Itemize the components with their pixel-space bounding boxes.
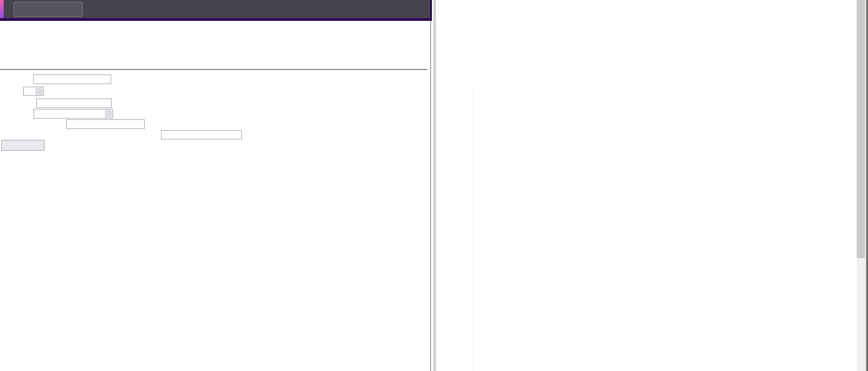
telefono-input[interactable] xyxy=(36,99,112,108)
restart-firefox-button[interactable] xyxy=(14,2,83,17)
sueldo-number-spinner[interactable] xyxy=(105,110,112,118)
indent-guide xyxy=(472,89,472,371)
sueldo-input[interactable] xyxy=(34,109,104,118)
horizontal-rule xyxy=(0,69,427,70)
enviar-datos-button[interactable] xyxy=(1,140,44,151)
scrollbar-down-button[interactable] xyxy=(857,363,865,371)
identificacion-input[interactable] xyxy=(161,130,242,139)
scrollbar-thumb[interactable] xyxy=(857,0,865,258)
firefox-notification-bar xyxy=(0,0,432,21)
nombre-input[interactable] xyxy=(33,74,111,84)
browser-pane xyxy=(0,0,431,371)
edad-number-spinner[interactable] xyxy=(35,88,43,95)
window-edge-dark xyxy=(866,0,868,371)
theme-accent-strip xyxy=(0,0,4,18)
bookmark-margin xyxy=(433,0,436,371)
edad-input[interactable] xyxy=(24,87,35,95)
code-editor-pane xyxy=(432,0,868,371)
correo-input[interactable] xyxy=(66,119,145,129)
